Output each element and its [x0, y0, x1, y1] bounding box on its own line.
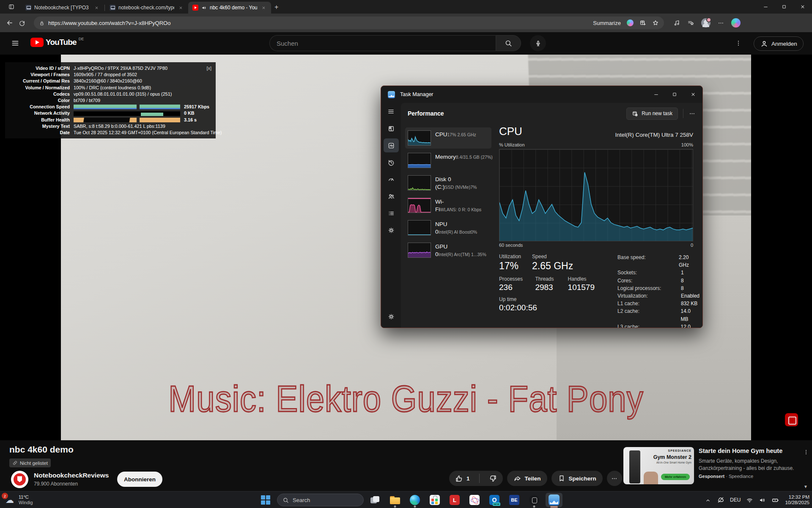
- tm-settings-icon[interactable]: [384, 309, 399, 323]
- tm-nav-details-icon[interactable]: [384, 206, 399, 220]
- stat-value: bt709 / bt709: [74, 97, 100, 104]
- bookmark-icon: [558, 475, 565, 482]
- tab-notebookcheck-cms[interactable]: Notebookcheck [TYPO3 CMS 7.6...: [21, 2, 104, 14]
- collections-icon[interactable]: [687, 19, 694, 27]
- tab-close-icon[interactable]: [260, 5, 267, 11]
- copilot-icon[interactable]: [731, 18, 741, 28]
- tm-maximize-button[interactable]: [665, 86, 684, 103]
- perf-item-memory[interactable]: Memory8.4/31.5 GB (27%): [405, 150, 491, 171]
- run-new-task-icon: [632, 110, 638, 117]
- subscribe-button[interactable]: Abonnieren: [117, 472, 162, 487]
- battery-icon[interactable]: [771, 496, 779, 504]
- microsoft-store-button[interactable]: [426, 491, 443, 508]
- tab-youtube-active[interactable]: nbc 4k60 demo - YouTube: [188, 2, 271, 14]
- perf-item-npu[interactable]: NPU 0Intel(R) AI Boost0%: [405, 217, 491, 238]
- dislike-button[interactable]: [483, 471, 503, 486]
- perf-item-cpu[interactable]: CPU17% 2.65 GHz: [405, 127, 491, 149]
- youtube-menu-icon[interactable]: [11, 39, 19, 47]
- buffer-health-bar: [74, 118, 180, 122]
- camera-app-button[interactable]: [526, 491, 543, 508]
- outlook-button[interactable]: ONEW: [486, 491, 503, 508]
- tm-minimize-button[interactable]: [647, 86, 665, 103]
- ad-menu-icon[interactable]: [803, 448, 809, 456]
- voice-search-button[interactable]: [530, 35, 546, 51]
- copilot-summarize-icon[interactable]: [627, 19, 634, 26]
- tab-close-icon[interactable]: [177, 5, 184, 11]
- tab-actions-icon[interactable]: [5, 2, 18, 12]
- task-manager-app-icon: [388, 91, 395, 98]
- channel-name[interactable]: NotebookcheckReviews: [34, 472, 109, 479]
- task-view-button[interactable]: [367, 491, 384, 508]
- lightroom-button[interactable]: L: [446, 491, 463, 508]
- browser-maximize-button[interactable]: [775, 0, 793, 14]
- tab-notebookcheck-typo3[interactable]: notebook-check.com/typo3/inde...: [105, 2, 188, 14]
- tm-nav-performance-icon[interactable]: [384, 138, 399, 152]
- like-button[interactable]: 1: [449, 471, 476, 486]
- summarize-button[interactable]: Summarize: [593, 20, 621, 26]
- ad-expand-icon[interactable]: ▼: [804, 484, 808, 489]
- show-desktop-button[interactable]: [808, 495, 809, 505]
- channel-avatar[interactable]: [11, 471, 28, 488]
- video-more-button[interactable]: [607, 471, 622, 486]
- ad-thumbnail[interactable]: SPEEDIANCE Gym Monster 2 All-In-One Smar…: [623, 447, 694, 484]
- browser-minimize-button[interactable]: [756, 0, 775, 14]
- perf-item-gpu[interactable]: GPU 0Intel(R) Arc(TM) 1...35%: [405, 240, 491, 261]
- search-input-wrap[interactable]: [269, 35, 496, 51]
- split-screen-icon[interactable]: [639, 19, 646, 27]
- player-info-card-icon[interactable]: [785, 413, 798, 426]
- tab-audio-icon[interactable]: [201, 5, 207, 11]
- ad-title[interactable]: Starte dein Home Gym heute: [699, 447, 798, 455]
- tm-nav-users-icon[interactable]: [384, 189, 399, 203]
- be-app-button[interactable]: BE: [506, 491, 523, 508]
- browser-menu-icon[interactable]: [717, 19, 724, 27]
- share-button[interactable]: Teilen: [507, 471, 547, 486]
- start-button[interactable]: [257, 491, 274, 508]
- search-input[interactable]: [277, 40, 496, 47]
- youtube-more-icon[interactable]: [735, 39, 742, 47]
- wifi-icon[interactable]: [746, 496, 753, 504]
- file-explorer-button[interactable]: [387, 491, 403, 508]
- tm-nav-menu-icon[interactable]: [384, 105, 399, 119]
- tm-nav-services-icon[interactable]: [384, 223, 399, 237]
- run-new-task-button[interactable]: Run new task: [626, 108, 678, 120]
- ad-person-image: [644, 472, 658, 484]
- tm-nav-processes-icon[interactable]: [384, 121, 399, 135]
- tm-more-options-icon[interactable]: [689, 110, 696, 117]
- tray-chevron-icon[interactable]: [705, 496, 711, 504]
- save-button[interactable]: Speichern: [551, 471, 603, 486]
- perf-item-disk[interactable]: Disk 0 (C:)SSD (NVMe)7%: [405, 172, 491, 193]
- refresh-icon[interactable]: [19, 19, 25, 27]
- new-tab-button[interactable]: +: [274, 3, 278, 11]
- ad-cta-button[interactable]: Mehr erfahren: [661, 474, 690, 480]
- edge-button[interactable]: [406, 491, 423, 508]
- address-bar[interactable]: https://www.youtube.com/watch?v=J-x8HPyQ…: [34, 17, 664, 29]
- cpu-axis-max: 100%: [681, 142, 693, 147]
- perf-item-wifi[interactable]: Wi-FiWLANS: 0 R: 0 Kbps: [405, 195, 491, 216]
- atom-app-button[interactable]: [466, 491, 483, 508]
- stats-close-button[interactable]: [x]: [206, 65, 211, 72]
- lock-icon[interactable]: [39, 19, 45, 27]
- taskbar-clock[interactable]: 12:32 PM 10/28/2025: [785, 494, 809, 506]
- task-manager-button[interactable]: [546, 493, 562, 507]
- volume-icon[interactable]: [759, 496, 766, 504]
- media-hub-icon[interactable]: [673, 19, 680, 27]
- task-manager-window: Task Manager Performance: [381, 86, 703, 328]
- task-manager-titlebar[interactable]: Task Manager: [381, 86, 702, 103]
- back-icon[interactable]: [6, 19, 14, 27]
- tab-title: nbc 4k60 demo - YouTube: [210, 5, 257, 11]
- signin-button[interactable]: Anmelden: [754, 36, 804, 51]
- browser-close-button[interactable]: [793, 0, 812, 14]
- favorites-star-icon[interactable]: [652, 19, 659, 27]
- taskbar-search[interactable]: Search: [277, 494, 364, 506]
- youtube-logo[interactable]: YouTube DE: [30, 38, 84, 47]
- tm-nav-startup-apps-icon[interactable]: [384, 172, 399, 186]
- weather-widget[interactable]: ☁2 11°C Windig: [4, 491, 33, 508]
- search-button[interactable]: [496, 35, 521, 51]
- onedrive-offline-icon[interactable]: [717, 496, 724, 504]
- tab-close-icon[interactable]: [93, 5, 100, 11]
- language-indicator[interactable]: DEU: [730, 497, 741, 503]
- profile-avatar[interactable]: [701, 18, 710, 28]
- url-text[interactable]: https://www.youtube.com/watch?v=J-x8HPyQ…: [48, 20, 590, 26]
- tm-close-button[interactable]: [684, 86, 702, 103]
- tm-nav-app-history-icon[interactable]: [384, 155, 399, 169]
